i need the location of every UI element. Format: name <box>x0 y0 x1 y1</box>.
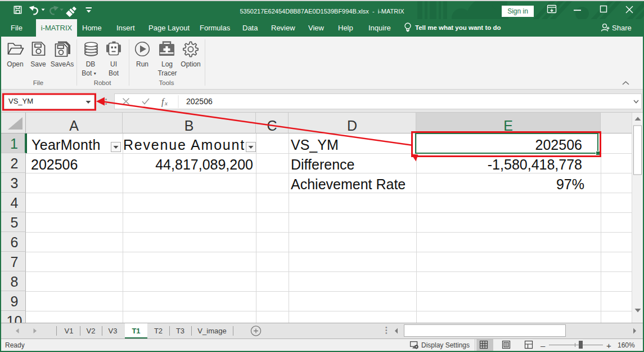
svg-text:x: x <box>164 100 168 106</box>
